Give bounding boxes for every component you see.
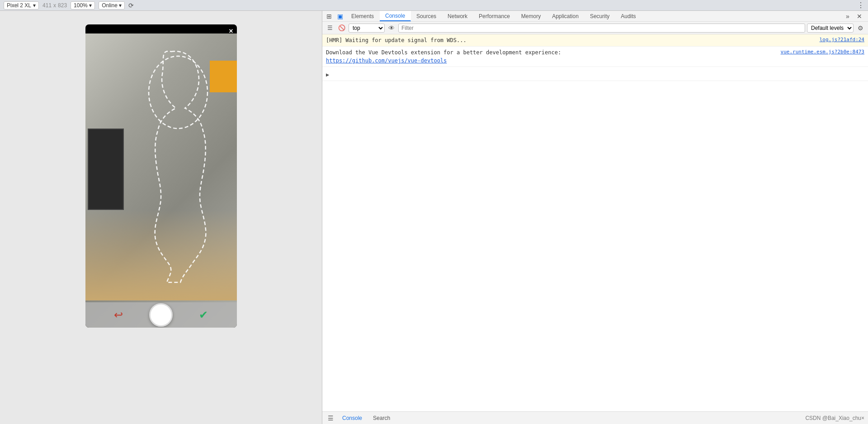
undo-button[interactable]: ↩ xyxy=(110,307,127,323)
device-name: Pixel 2 XL xyxy=(7,2,31,9)
more-tabs-icon[interactable]: » xyxy=(843,11,853,21)
camera-view: ↩ ✔ xyxy=(85,24,237,328)
y-coord: 823 xyxy=(58,2,67,9)
close-devtools-icon[interactable]: ✕ xyxy=(854,11,864,21)
footer-tab-console[interactable]: Console xyxy=(339,414,366,422)
dock-icon[interactable]: ⊞ xyxy=(324,11,334,21)
console-message-text: [HMR] Waiting for update signal from WDS… xyxy=(326,36,816,44)
devtools-header: ⊞ ▣ Elements Console Sources Network Per… xyxy=(322,11,868,22)
undock-icon[interactable]: ▣ xyxy=(335,11,345,21)
chevron-down-icon: ▾ xyxy=(89,2,92,9)
console-toolbar: ☰ 🚫 top 👁 Default levels Verbose Info Wa… xyxy=(322,22,868,34)
menu-icon[interactable]: ☰ xyxy=(325,23,335,33)
filter-input[interactable] xyxy=(398,24,805,33)
device-selector[interactable]: Pixel 2 XL ▾ xyxy=(4,1,39,10)
footer-menu-icon[interactable]: ☰ xyxy=(326,414,335,423)
coord-sep: x xyxy=(53,2,56,9)
console-message-hmr: [HMR] Waiting for update signal from WDS… xyxy=(322,34,868,47)
phone-top-bar xyxy=(85,24,237,33)
phone-mockup: × ↩ ✔ xyxy=(85,24,237,328)
tab-application[interactable]: Application xyxy=(547,11,585,21)
rotate-icon[interactable]: ⟳ xyxy=(128,2,134,9)
tab-performance[interactable]: Performance xyxy=(473,11,516,21)
more-icon[interactable]: ⋮ xyxy=(857,1,864,10)
tab-elements[interactable]: Elements xyxy=(346,11,380,21)
footer-watermark: CSDN @Bai_Xiao_chu× xyxy=(805,415,864,421)
console-output: [HMR] Waiting for update signal from WDS… xyxy=(322,34,868,411)
phone-controls: ↩ ✔ xyxy=(85,302,237,328)
capture-button[interactable] xyxy=(149,303,173,327)
chevron-down-icon: ▾ xyxy=(119,2,122,9)
devtools-footer: ☰ Console Search CSDN @Bai_Xiao_chu× xyxy=(322,411,868,424)
footer-tab-search[interactable]: Search xyxy=(369,414,394,422)
console-prompt-arrow[interactable]: ▶ xyxy=(326,71,329,79)
context-selector[interactable]: top xyxy=(349,24,385,33)
prohibit-icon[interactable]: 🚫 xyxy=(337,23,347,33)
person-silhouette xyxy=(85,24,237,328)
console-input-row: ▶ xyxy=(322,67,868,81)
tab-security[interactable]: Security xyxy=(585,11,615,21)
coordinates: 411 x 823 xyxy=(42,2,67,9)
tab-sources[interactable]: Sources xyxy=(411,11,442,21)
eye-icon[interactable]: 👁 xyxy=(387,23,396,33)
devtools-tabs: Elements Console Sources Network Perform… xyxy=(346,11,842,21)
confirm-button[interactable]: ✔ xyxy=(195,307,212,323)
console-source-link[interactable]: log.js?21afd:24 xyxy=(820,36,864,44)
device-preview: × ↩ ✔ xyxy=(0,11,322,424)
svg-point-0 xyxy=(149,56,208,129)
chevron-down-icon: ▾ xyxy=(33,2,36,9)
close-button[interactable]: × xyxy=(229,27,233,35)
console-message-text-vue: Download the Vue Devtools extension for … xyxy=(326,48,777,65)
devtools-panel: ⊞ ▣ Elements Console Sources Network Per… xyxy=(322,11,868,424)
vue-devtools-link[interactable]: https://github.com/vuejs/vue-devtools xyxy=(326,57,447,64)
x-coord: 411 xyxy=(42,2,52,9)
log-level-select[interactable]: Default levels Verbose Info Warnings Err… xyxy=(807,24,854,33)
devtools-header-actions: » ✕ xyxy=(843,11,866,21)
zoom-select[interactable]: 100% ▾ xyxy=(71,1,95,10)
main-area: × ↩ ✔ xyxy=(0,11,868,424)
settings-icon[interactable]: ⚙ xyxy=(855,23,865,33)
tab-console[interactable]: Console xyxy=(380,11,411,21)
console-source-vue[interactable]: vue.runtime.esm.js?2b0e:8473 xyxy=(781,48,864,56)
tab-audits[interactable]: Audits xyxy=(615,11,642,21)
tab-memory[interactable]: Memory xyxy=(516,11,547,21)
browser-toolbar: Pixel 2 XL ▾ 411 x 823 100% ▾ Online ▾ ⟳… xyxy=(0,0,868,11)
tab-network[interactable]: Network xyxy=(442,11,473,21)
console-message-vue: Download the Vue Devtools extension for … xyxy=(322,47,868,67)
connection-select[interactable]: Online ▾ xyxy=(99,1,125,10)
